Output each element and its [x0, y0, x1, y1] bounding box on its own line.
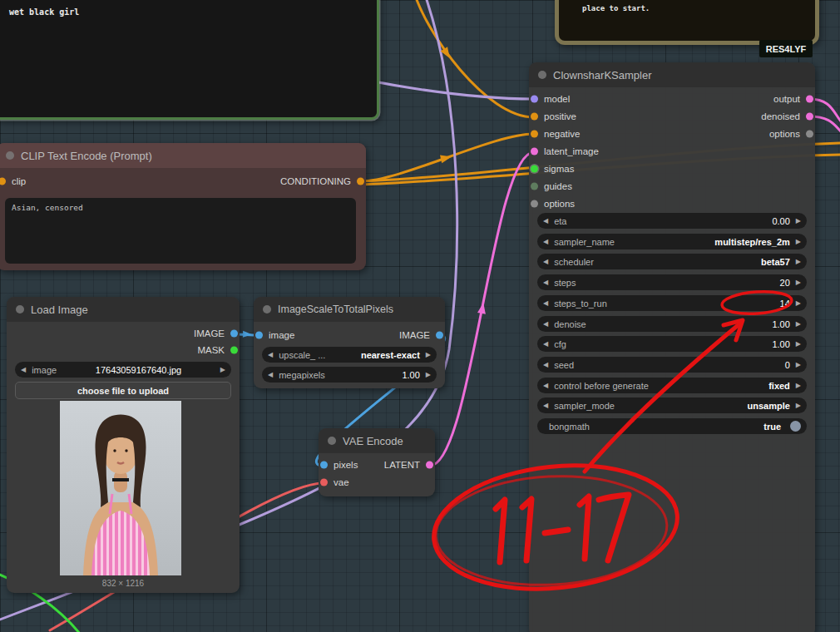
prompt-textarea[interactable]: Asian, censored — [5, 198, 356, 264]
increment-arrow-icon[interactable]: ▶ — [220, 367, 225, 373]
port-dot-icon[interactable] — [531, 96, 538, 103]
port-dot-icon[interactable] — [531, 113, 538, 121]
input-port-pixels[interactable]: pixels — [319, 457, 358, 473]
node-clip-text-encode[interactable]: CLIP Text Encode (Prompt) clip CONDITION… — [0, 143, 366, 270]
node-vae-encode[interactable]: VAE Encode pixels LATENT vae — [319, 428, 435, 496]
node-prompt-text-cropped[interactable]: wet black girl — [0, 0, 379, 120]
node-header[interactable]: ClownsharKSampler — [529, 62, 815, 87]
port-dot-icon[interactable] — [531, 200, 538, 208]
increment-arrow-icon[interactable]: ▶ — [796, 402, 801, 409]
steps-to-run-widget[interactable]: ◀ steps_to_run 14 ▶ — [537, 295, 807, 311]
sampler-mode-widget[interactable]: ◀ sampler_mode unsample ▶ — [537, 397, 807, 413]
output-port-mask[interactable]: MASK — [197, 342, 240, 358]
decrement-arrow-icon[interactable]: ◀ — [543, 383, 548, 389]
decrement-arrow-icon[interactable]: ◀ — [543, 218, 548, 225]
decrement-arrow-icon[interactable]: ◀ — [543, 362, 548, 368]
output-port-output[interactable]: output — [773, 91, 815, 107]
increment-arrow-icon[interactable]: ▶ — [426, 352, 431, 358]
decrement-arrow-icon[interactable]: ◀ — [543, 279, 548, 286]
decrement-arrow-icon[interactable]: ◀ — [543, 259, 548, 265]
toggle-knob-icon[interactable] — [790, 421, 801, 432]
input-port-positive[interactable]: positive — [529, 108, 576, 125]
increment-arrow-icon[interactable]: ▶ — [796, 218, 801, 225]
increment-arrow-icon[interactable]: ▶ — [796, 300, 801, 307]
port-dot-icon[interactable] — [531, 131, 538, 138]
input-port-vae[interactable]: vae — [319, 474, 349, 491]
collapse-dot-icon[interactable] — [6, 151, 14, 160]
port-dot-icon[interactable] — [230, 330, 238, 338]
output-port-image[interactable]: IMAGE — [399, 327, 445, 343]
increment-arrow-icon[interactable]: ▶ — [426, 372, 431, 378]
port-dot-icon[interactable] — [255, 332, 263, 339]
node-image-scale[interactable]: ImageScaleToTotalPixels image IMAGE ◀ up… — [254, 297, 445, 388]
decrement-arrow-icon[interactable]: ◀ — [543, 239, 548, 245]
input-port-model[interactable]: model — [529, 91, 570, 107]
cfg-widget[interactable]: ◀ cfg 1.00 ▶ — [537, 336, 807, 352]
increment-arrow-icon[interactable]: ▶ — [796, 239, 801, 245]
node-header[interactable]: VAE Encode — [319, 428, 435, 453]
port-dot-icon[interactable] — [806, 131, 813, 138]
increment-arrow-icon[interactable]: ▶ — [796, 383, 801, 389]
port-dot-icon[interactable] — [426, 462, 433, 469]
port-dot-icon[interactable] — [230, 347, 238, 354]
input-port-negative[interactable]: negative — [529, 126, 580, 142]
image-file-combo[interactable]: ◀ image 17643059167640.jpg ▶ — [15, 362, 231, 378]
decrement-arrow-icon[interactable]: ◀ — [543, 321, 548, 328]
port-dot-icon[interactable] — [320, 479, 328, 486]
input-port-image[interactable]: image — [254, 327, 294, 343]
decrement-arrow-icon[interactable]: ◀ — [543, 300, 548, 307]
node-note-cropped[interactable]: place to start. — [555, 0, 819, 45]
port-dot-icon[interactable] — [531, 183, 538, 190]
input-port-options[interactable]: options — [529, 195, 575, 212]
decrement-arrow-icon[interactable]: ◀ — [21, 367, 26, 373]
megapixels-widget[interactable]: ◀ megapixels 1.00 ▶ — [262, 367, 437, 383]
collapse-dot-icon[interactable] — [538, 71, 546, 79]
prompt-text[interactable]: wet black girl — [9, 7, 79, 17]
output-port-image[interactable]: IMAGE — [194, 325, 240, 342]
input-port-guides[interactable]: guides — [529, 178, 572, 195]
input-port-sigmas[interactable]: sigmas — [529, 160, 574, 177]
port-dot-icon[interactable] — [531, 148, 538, 156]
increment-arrow-icon[interactable]: ▶ — [796, 259, 801, 265]
port-dot-icon[interactable] — [806, 113, 813, 121]
eta-widget[interactable]: ◀ eta 0.00 ▶ — [537, 213, 807, 229]
denoise-widget[interactable]: ◀ denoise 1.00 ▶ — [537, 316, 807, 332]
port-dot-icon[interactable] — [320, 462, 328, 469]
port-dot-icon[interactable] — [531, 165, 538, 173]
node-load-image[interactable]: Load Image IMAGE MASK ◀ image 1764305916… — [7, 297, 240, 593]
port-dot-icon[interactable] — [806, 96, 813, 103]
decrement-arrow-icon[interactable]: ◀ — [268, 372, 273, 378]
increment-arrow-icon[interactable]: ▶ — [796, 321, 801, 328]
control-before-generate-widget[interactable]: ◀ control before generate fixed ▶ — [537, 378, 807, 393]
scheduler-widget[interactable]: ◀ scheduler beta57 ▶ — [537, 254, 807, 269]
node-header[interactable]: ImageScaleToTotalPixels — [254, 297, 445, 322]
output-port-denoised[interactable]: denoised — [761, 108, 815, 125]
sampler-name-widget[interactable]: ◀ sampler_name multistep/res_2m ▶ — [537, 234, 807, 249]
input-port-clip[interactable]: clip — [0, 173, 26, 190]
node-graph-canvas[interactable]: wet black girl place to start. RES4LYF C… — [0, 0, 840, 632]
output-port-conditioning[interactable]: CONDITIONING — [280, 173, 366, 190]
port-dot-icon[interactable] — [357, 178, 364, 185]
bongmath-toggle[interactable]: bongmath true — [537, 418, 807, 434]
upscale-method-combo[interactable]: ◀ upscale_ ... nearest-exact ▶ — [262, 347, 437, 363]
port-dot-icon[interactable] — [0, 178, 6, 185]
decrement-arrow-icon[interactable]: ◀ — [268, 352, 273, 358]
increment-arrow-icon[interactable]: ▶ — [796, 279, 801, 286]
collapse-dot-icon[interactable] — [328, 437, 336, 445]
decrement-arrow-icon[interactable]: ◀ — [543, 402, 548, 409]
node-clownshark-sampler[interactable]: ClownsharKSampler model positive negativ… — [529, 62, 815, 632]
steps-widget[interactable]: ◀ steps 20 ▶ — [537, 274, 807, 290]
decrement-arrow-icon[interactable]: ◀ — [543, 341, 548, 348]
collapse-dot-icon[interactable] — [263, 305, 271, 314]
collapse-dot-icon[interactable] — [16, 305, 24, 314]
node-header[interactable]: CLIP Text Encode (Prompt) — [0, 143, 366, 168]
seed-widget[interactable]: ◀ seed 0 ▶ — [537, 357, 807, 373]
input-port-latent-image[interactable]: latent_image — [529, 143, 599, 160]
port-dot-icon[interactable] — [436, 332, 443, 339]
increment-arrow-icon[interactable]: ▶ — [796, 341, 801, 348]
increment-arrow-icon[interactable]: ▶ — [796, 362, 801, 368]
node-header[interactable]: Load Image — [7, 297, 240, 322]
upload-button[interactable]: choose file to upload — [15, 382, 231, 399]
output-port-latent[interactable]: LATENT — [384, 457, 435, 473]
output-port-options[interactable]: options — [769, 126, 815, 142]
